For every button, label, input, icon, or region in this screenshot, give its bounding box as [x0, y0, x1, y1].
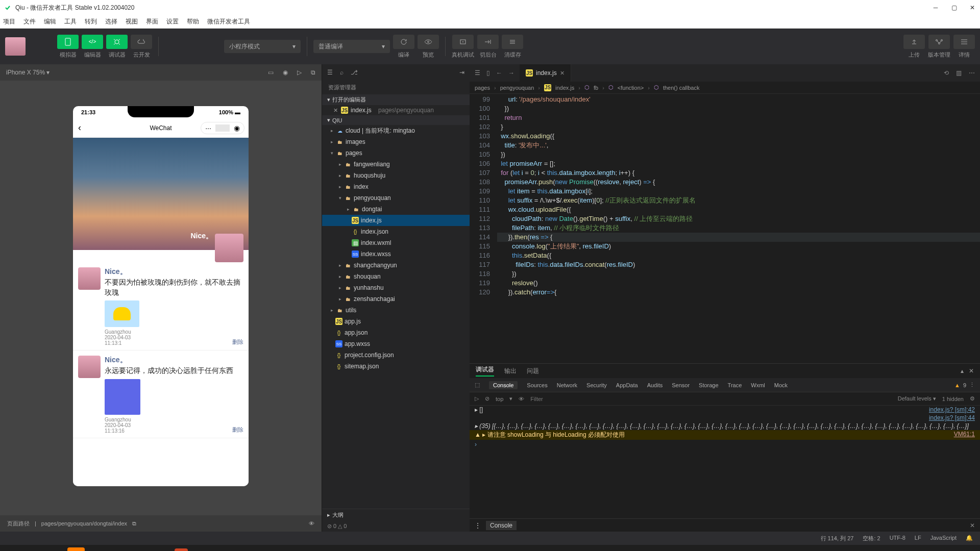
search-icon[interactable]: ⌕ [24, 547, 42, 551]
tree-file[interactable]: {}sitemap.json [322, 361, 470, 372]
console-output[interactable]: ▸ []index.js? [sm]:42 index.js? [sm]:44 … [470, 406, 980, 518]
delete-button[interactable]: 删除 [232, 338, 243, 346]
collapse-icon[interactable]: ⇥ [459, 69, 464, 76]
menu-file[interactable]: 文件 [23, 17, 36, 26]
tree-folder[interactable]: ▸🖿shouquan [322, 271, 470, 282]
sim-cut-icon[interactable]: ⧉ [311, 69, 315, 76]
sim-device-icon[interactable]: ▭ [268, 69, 274, 76]
background-button[interactable] [477, 35, 499, 49]
tree-folder[interactable]: ▸🖿zenshanchagai [322, 293, 470, 305]
devtool-storage[interactable]: Storage [699, 382, 719, 388]
version-button[interactable] [928, 35, 950, 49]
tree-folder[interactable]: ▾🖿pages [322, 147, 470, 159]
compile-mode-dropdown[interactable]: 普通编译▾ [313, 40, 390, 53]
context-selector[interactable]: top [496, 396, 503, 402]
sim-record-icon[interactable]: ◉ [283, 69, 288, 76]
breadcrumb[interactable]: pages› pengyouquan› JSindex.js› ⬡fb› ⬡<f… [470, 82, 980, 94]
menu-view[interactable]: 视图 [126, 17, 138, 26]
editor-button[interactable]: </> [82, 35, 103, 49]
tab-close-icon[interactable]: ✕ [560, 70, 565, 77]
devtool-sources[interactable]: Sources [527, 382, 547, 388]
editor-tab[interactable]: JSindex.js✕ [520, 64, 571, 82]
nav-forward-icon[interactable]: → [508, 69, 514, 77]
debug-tab-debugger[interactable]: 调试器 [476, 365, 494, 377]
app-icon[interactable] [67, 547, 85, 551]
split-icon[interactable]: ▥ [956, 69, 962, 77]
tree-file[interactable]: {}index.json [322, 226, 470, 237]
nav-back-icon[interactable]: ← [496, 69, 502, 77]
project-avatar[interactable] [5, 37, 26, 56]
post-avatar[interactable] [78, 356, 101, 378]
capsule-menu[interactable]: ···◉ [201, 122, 244, 134]
tree-folder[interactable]: ▸🖿yunhanshu [322, 282, 470, 293]
tree-file[interactable]: ▤index.wxml [322, 237, 470, 248]
menu-project[interactable]: 项目 [3, 17, 15, 26]
menu-goto[interactable]: 转到 [85, 17, 97, 26]
open-editors-section[interactable]: 打开的编辑器 [332, 96, 366, 104]
live-icon[interactable]: 👁 [519, 396, 524, 402]
tree-folder[interactable]: ▸🖿images [322, 136, 470, 147]
close-icon[interactable]: ✕ [969, 4, 976, 11]
hidden-count[interactable]: 1 hidden [942, 396, 964, 402]
chrome-icon[interactable]: ◉ [132, 547, 149, 551]
tree-folder[interactable]: ▸🖿huoqushuju [322, 170, 470, 181]
language-mode[interactable]: JavaScript [930, 535, 957, 542]
tree-file[interactable]: SSindex.wxss [322, 248, 470, 260]
project-root[interactable]: QIU [332, 117, 342, 123]
tree-folder[interactable]: ▸🖿utils [322, 305, 470, 316]
post-username[interactable]: Nice。 [105, 267, 243, 277]
mode-dropdown[interactable]: 小程序模式▾ [224, 40, 301, 53]
post-avatar[interactable] [78, 267, 101, 290]
post-image[interactable] [105, 379, 140, 415]
code-editor[interactable]: 9910010110210310410510610710810911011111… [470, 94, 980, 363]
devtool-appdata[interactable]: AppData [616, 382, 638, 388]
phone-simulator[interactable]: 21:33 100% ▬ ‹ WeChat ···◉ Nice。 [73, 106, 249, 486]
remote-debug-button[interactable] [452, 35, 474, 49]
eye-icon[interactable]: 👁 [309, 520, 314, 527]
post-image[interactable] [105, 300, 139, 327]
clear-icon[interactable]: ⊘ [485, 395, 489, 402]
devtool-sensor[interactable]: Sensor [672, 382, 690, 388]
clear-cache-button[interactable] [502, 35, 523, 49]
tree-folder[interactable]: ▸🖿dongtai [322, 204, 470, 215]
hero-avatar[interactable] [215, 234, 243, 262]
search-icon[interactable]: ⌕ [340, 69, 344, 76]
more-icon[interactable]: ⋯ [969, 69, 975, 77]
tree-folder[interactable]: ▸🖿fangwenliang [322, 159, 470, 170]
tree-file[interactable]: JSapp.js [322, 316, 470, 327]
bookmark-icon[interactable]: ▯ [486, 69, 490, 77]
drawer-console-tab[interactable]: Console [486, 521, 517, 530]
devtool-console[interactable]: Console [489, 381, 518, 389]
delete-button[interactable]: 删除 [232, 426, 243, 434]
menu-edit[interactable]: 编辑 [44, 17, 56, 26]
filter-input[interactable] [530, 396, 891, 402]
tree-file[interactable]: SSapp.wxss [322, 338, 470, 349]
tree-file-selected[interactable]: JSindex.js [322, 215, 470, 226]
tree-folder[interactable]: ▸🖿shangchangyun [322, 260, 470, 271]
minimize-icon[interactable]: ─ [932, 4, 939, 11]
devtool-trace[interactable]: Trace [728, 382, 742, 388]
devtool-security[interactable]: Security [586, 382, 607, 388]
devtool-more-icon[interactable]: ⋮ [969, 382, 975, 388]
menu-tool[interactable]: 工具 [64, 17, 77, 26]
ppt-icon[interactable] [175, 548, 188, 551]
tree-file[interactable]: {}project.config.json [322, 349, 470, 361]
drawer-more-icon[interactable]: ⋮ [475, 522, 481, 529]
copy-icon[interactable]: ⧉ [132, 520, 136, 527]
drawer-close-icon[interactable]: ✕ [970, 522, 975, 529]
back-icon[interactable]: ‹ [78, 122, 81, 133]
indent-info[interactable]: 空格: 2 [863, 535, 880, 542]
upload-button[interactable] [903, 35, 925, 49]
tree-file[interactable]: {}app.json [322, 327, 470, 338]
start-icon[interactable]: ⊞ [3, 547, 20, 551]
menu-ui[interactable]: 界面 [146, 17, 158, 26]
devtool-audits[interactable]: Audits [647, 382, 663, 388]
menu-select[interactable]: 选择 [105, 17, 117, 26]
post-username[interactable]: Nice。 [105, 356, 243, 365]
problems-count[interactable]: ⊘ 0 △ 0 [322, 521, 470, 532]
close-file-icon[interactable]: ✕ [333, 107, 338, 114]
preview-button[interactable] [418, 35, 439, 49]
eol[interactable]: LF [915, 535, 921, 542]
outline-section[interactable]: 大纲 [332, 511, 344, 519]
play-icon[interactable]: ▷ [475, 395, 479, 402]
